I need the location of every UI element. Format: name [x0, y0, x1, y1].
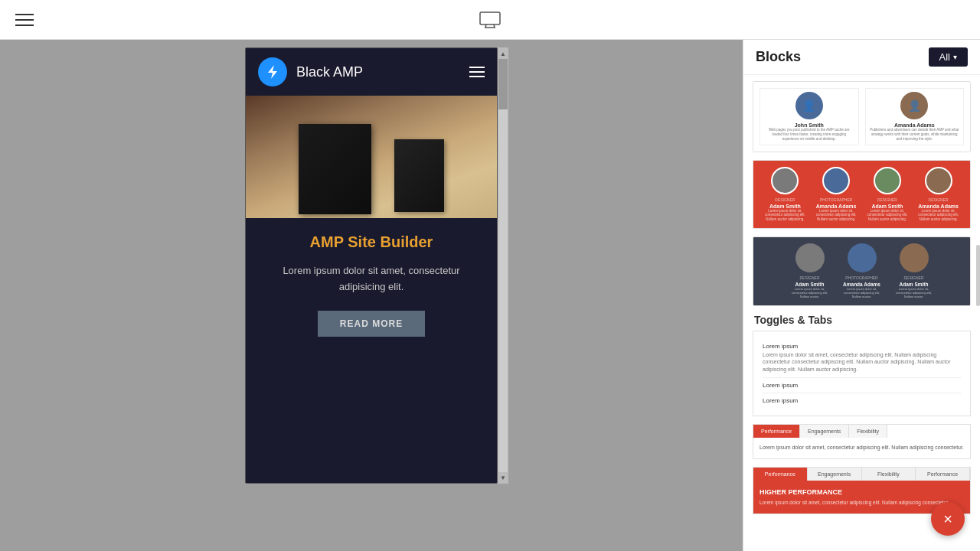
avatar-red-3: [874, 167, 901, 194]
tab-performance-1[interactable]: Performance: [753, 425, 800, 438]
name-dark-2: Amanda Adams: [843, 282, 880, 287]
preview-area: Black AMP: [0, 40, 743, 551]
toggles-tabs-section-label: Toggles & Tabs: [753, 314, 971, 326]
bio-amanda: Publishers and advertisers can decide th…: [869, 128, 961, 142]
tabs-header-1: Performance Engagements Flexibility: [753, 425, 970, 438]
tab-engagements-2[interactable]: Engagements: [808, 468, 862, 481]
topbar-monitor-icon[interactable]: [479, 11, 501, 28]
mobile-menu-button[interactable]: [469, 67, 485, 77]
topbar: [0, 0, 980, 40]
tabs2-title: HIGHER PERFORMANCE: [760, 488, 964, 496]
avatar-dark-1: [795, 243, 825, 272]
team-dark-3col-card[interactable]: DESIGNER Adam Smith Lorem ipsum dolor si…: [753, 236, 971, 306]
bio-dark-2: Lorem ipsum dolor sit, consectetur adipi…: [839, 287, 885, 299]
name-john: John Smith: [795, 122, 824, 128]
avatar-john: 👤: [795, 92, 823, 119]
mobile-headline: AMP Site Builder: [261, 233, 482, 251]
team-white-item-1: 👤 John Smith Web pages you post publishe…: [760, 88, 859, 145]
avatar-photo-amanda: 👤: [900, 92, 928, 119]
team-dark-item-3: DESIGNER Adam Smith Lorem ipsum dolor si…: [891, 243, 937, 299]
svg-marker-4: [268, 65, 277, 79]
mobile-site-title: Black AMP: [296, 64, 469, 80]
team-red-item-1: DESIGNER Adam Smith Lorem ipsum dolor si…: [761, 167, 809, 223]
accordion-header-2: Lorem ipsum: [763, 382, 961, 389]
mobile-body-text: Lorem ipsum dolor sit amet, consectetur …: [261, 263, 482, 295]
tabs2-text: Lorem ipsum dolor sit amet, consectetur …: [760, 499, 964, 507]
avatar-dark-3: [900, 243, 929, 272]
avatar-red-1: [771, 167, 799, 194]
avatar-photo-john: 👤: [795, 92, 823, 119]
topbar-menu-button[interactable]: [15, 14, 34, 26]
team-red-item-4: DESIGNER Amanda Adams Lorem ipsum dolor …: [914, 167, 962, 223]
right-panel-header: Blocks All ▾: [743, 40, 980, 75]
mobile-hero-image: [246, 96, 497, 218]
accordion-header-1: Lorem ipsum: [763, 343, 961, 350]
right-panel-scroll[interactable]: 👤 John Smith Web pages you post publishe…: [743, 75, 980, 551]
role-red-1: DESIGNER: [775, 197, 795, 202]
role-dark-3: DESIGNER: [903, 276, 923, 280]
tab-performance-2b[interactable]: Performance: [916, 468, 970, 481]
bio-john: Web pages you post published to the AMP …: [763, 128, 855, 142]
tabs-content-1: Lorem ipsum dolor sit amet, consectetur …: [753, 438, 970, 458]
bio-dark-1: Lorem ipsum dolor sit, consectetur adipi…: [787, 287, 833, 299]
right-edge-scroll: [976, 245, 980, 306]
close-fab-button[interactable]: ×: [931, 502, 965, 536]
main-area: Black AMP: [0, 40, 980, 551]
role-red-4: DESIGNER: [929, 197, 949, 202]
tab-flexibility-2[interactable]: Flexibility: [862, 468, 916, 481]
team-white-inner: 👤 John Smith Web pages you post publishe…: [753, 82, 970, 152]
accordion-item-2[interactable]: Lorem ipsum: [763, 378, 961, 393]
avatar-red-2: [822, 167, 850, 194]
tabs-header-2: Performance Engagements Flexibility Perf…: [753, 468, 970, 481]
tab-flexibility-1[interactable]: Flexibility: [849, 425, 887, 438]
scrollbar-up[interactable]: ▲: [498, 48, 508, 59]
team-red-item-2: PHOTOGRAPHER Amanda Adams Lorem ipsum do…: [812, 167, 861, 223]
phone-small: [394, 139, 444, 212]
team-dark-inner: DESIGNER Adam Smith Lorem ipsum dolor si…: [753, 237, 970, 305]
bio-red-3: Lorem ipsum dolor sit, consectetur adipi…: [864, 209, 912, 223]
phone-large: [299, 124, 371, 214]
tabs-card-1[interactable]: Performance Engagements Flexibility Lore…: [753, 424, 971, 459]
close-icon: ×: [943, 510, 952, 528]
accordion-item-1[interactable]: Lorem ipsum Lorem ipsum dolor sit amet, …: [763, 339, 961, 378]
bio-red-4: Lorem ipsum dolor sit, consectetur adipi…: [914, 209, 962, 223]
avatar-dark-2: [848, 243, 877, 272]
right-panel-title: Blocks: [756, 49, 801, 65]
chevron-down-icon: ▾: [953, 53, 957, 61]
team-red-4col-card[interactable]: DESIGNER Adam Smith Lorem ipsum dolor si…: [753, 160, 971, 230]
name-red-2: Amanda Adams: [816, 204, 857, 209]
role-red-3: DESIGNER: [877, 197, 897, 202]
tab-performance-2[interactable]: Performance: [753, 468, 808, 481]
all-filter-button[interactable]: All ▾: [929, 47, 968, 67]
svg-rect-0: [480, 12, 500, 24]
team-red-item-3: DESIGNER Adam Smith Lorem ipsum dolor si…: [864, 167, 912, 223]
accordion-body-1: Lorem ipsum dolor sit amet, consectetur …: [763, 351, 961, 373]
bio-red-2: Lorem ipsum dolor sit, consectetur adipi…: [812, 209, 861, 223]
mobile-logo: [258, 57, 287, 86]
name-dark-3: Adam Smith: [900, 282, 929, 287]
right-panel: Blocks All ▾ 👤 John Smith Web pages you …: [743, 40, 980, 551]
name-dark-1: Adam Smith: [795, 282, 825, 287]
accordion-card[interactable]: Lorem ipsum Lorem ipsum dolor sit amet, …: [753, 331, 971, 416]
team-white-2col-card[interactable]: 👤 John Smith Web pages you post publishe…: [753, 81, 971, 152]
tab-engagements-1[interactable]: Engagements: [800, 425, 849, 438]
mobile-read-more-button[interactable]: READ MORE: [318, 311, 425, 337]
hero-surface: [287, 107, 456, 218]
team-dark-item-1: DESIGNER Adam Smith Lorem ipsum dolor si…: [787, 243, 833, 299]
team-red-inner: DESIGNER Adam Smith Lorem ipsum dolor si…: [753, 161, 970, 229]
name-red-4: Amanda Adams: [918, 204, 959, 209]
mobile-navbar: Black AMP: [246, 48, 497, 96]
accordion-header-3: Lorem ipsum: [763, 397, 961, 404]
phone-large-screen: [299, 124, 371, 214]
team-white-item-2: 👤 Amanda Adams Publishers and advertiser…: [865, 88, 965, 145]
avatar-red-4: [925, 167, 952, 194]
name-red-1: Adam Smith: [769, 204, 801, 209]
mobile-content: AMP Site Builder Lorem ipsum dolor sit a…: [246, 218, 497, 483]
role-red-2: PHOTOGRAPHER: [820, 197, 852, 202]
bio-dark-3: Lorem ipsum dolor sit, consectetur adipi…: [891, 287, 937, 299]
name-red-3: Adam Smith: [871, 204, 903, 209]
accordion-item-3[interactable]: Lorem ipsum: [763, 393, 961, 408]
mobile-scrollbar[interactable]: ▲ ▼: [498, 47, 508, 484]
name-amanda: Amanda Adams: [894, 122, 935, 128]
scrollbar-down[interactable]: ▼: [498, 472, 508, 483]
